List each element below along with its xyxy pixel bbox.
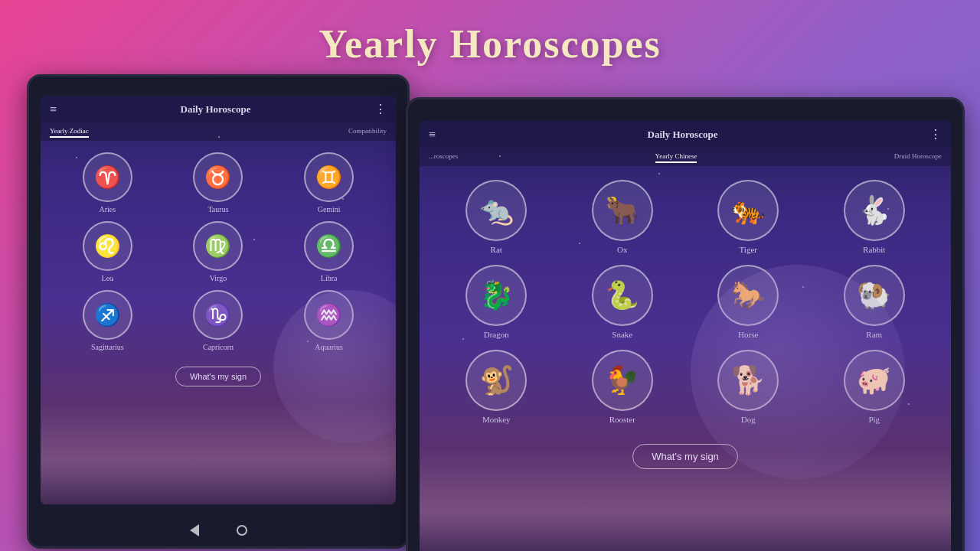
zodiac-circle-leo: ♌ [83, 221, 132, 271]
zodiac-item-sagittarius[interactable]: ♐ Sagittarius [56, 290, 159, 351]
chinese-label-rabbit: Rabbit [863, 245, 885, 254]
zodiac-label-gemini: Gemini [318, 205, 341, 214]
zodiac-label-libra: Libra [321, 274, 338, 282]
tablet-back: ≡ Daily Horoscope ⋮ Yearly Zodiac Compat… [27, 74, 410, 549]
chinese-circle-ox: 🐂 [592, 180, 653, 241]
chinese-item-snake[interactable]: 🐍 Snake [565, 265, 681, 339]
zodiac-item-libra[interactable]: ♎ Libra [277, 221, 381, 282]
chinese-label-snake: Snake [612, 330, 632, 339]
zodiac-circle-taurus: ♉ [193, 152, 243, 202]
chinese-circle-monkey: 🐒 [466, 350, 527, 411]
chinese-item-ox[interactable]: 🐂 Ox [565, 180, 681, 254]
tablets-container: ≡ Daily Horoscope ⋮ Yearly Zodiac Compat… [0, 74, 980, 549]
front-hamburger-icon[interactable]: ≡ [429, 128, 436, 142]
zodiac-label-capricorn: Capricorn [203, 343, 234, 351]
front-tab-chinese[interactable]: Yearly Chinese [655, 151, 697, 163]
chinese-label-ox: Ox [617, 245, 627, 254]
chinese-item-tiger[interactable]: 🐅 Tiger [691, 180, 806, 254]
zodiac-circle-sagittarius: ♐ [83, 290, 132, 340]
zodiac-circle-capricorn: ♑ [193, 290, 243, 340]
chinese-circle-dragon: 🐉 [466, 265, 527, 326]
back-tablet-title: Daily Horoscope [57, 103, 374, 116]
zodiac-label-taurus: Taurus [207, 205, 228, 214]
zodiac-item-gemini[interactable]: ♊ Gemini [277, 152, 381, 214]
back-more-icon[interactable]: ⋮ [374, 102, 387, 116]
back-button[interactable] [186, 522, 203, 539]
back-whats-my-sign-button[interactable]: What's my sign [175, 367, 261, 386]
front-tab-row: ...roscopes Yearly Chinese Druid Horosco… [420, 148, 951, 166]
front-tablet-title: Daily Horoscope [436, 129, 929, 141]
chinese-circle-snake: 🐍 [592, 265, 653, 326]
back-tab-compatibility[interactable]: Compatibility [348, 126, 387, 138]
back-tablet-appbar: ≡ Daily Horoscope ⋮ [41, 96, 396, 122]
front-more-icon[interactable]: ⋮ [929, 127, 942, 142]
zodiac-label-leo: Leo [102, 274, 114, 282]
page-title: Yearly Horoscopes [0, 0, 980, 67]
back-tablet-navbar [29, 522, 407, 539]
chinese-label-dragon: Dragon [484, 330, 509, 339]
zodiac-circle-aries: ♈ [83, 152, 132, 202]
chinese-circle-tiger: 🐅 [717, 180, 779, 241]
zodiac-circle-gemini: ♊ [304, 152, 354, 202]
back-triangle-icon [190, 524, 199, 536]
zodiac-label-aries: Aries [99, 205, 116, 214]
zodiac-item-aries[interactable]: ♈ Aries [56, 152, 159, 214]
tablet-back-screen: ≡ Daily Horoscope ⋮ Yearly Zodiac Compat… [41, 96, 396, 504]
chinese-label-tiger: Tiger [740, 245, 757, 254]
chinese-label-monkey: Monkey [482, 415, 511, 424]
chinese-label-rooster: Rooster [609, 415, 635, 424]
chinese-item-rooster[interactable]: 🐓 Rooster [565, 350, 681, 424]
chinese-circle-rat: 🐀 [466, 180, 527, 241]
zodiac-item-taurus[interactable]: ♉ Taurus [167, 152, 270, 214]
zodiac-label-virgo: Virgo [210, 274, 227, 282]
zodiac-item-leo[interactable]: ♌ Leo [56, 221, 159, 282]
chinese-circle-rooster: 🐓 [592, 350, 653, 411]
front-tablet-appbar: ≡ Daily Horoscope ⋮ [420, 121, 951, 148]
front-tab-horoscopes[interactable]: ...roscopes [429, 151, 458, 163]
chinese-circle-rabbit: 🐇 [844, 180, 905, 241]
tablet-front-screen: ≡ Daily Horoscope ⋮ ...roscopes Yearly C… [420, 121, 951, 551]
front-landscape [420, 510, 951, 551]
home-circle-icon [237, 525, 247, 536]
zodiac-circle-virgo: ♍ [193, 221, 243, 271]
zodiac-circle-libra: ♎ [304, 221, 354, 271]
back-tab-zodiac[interactable]: Yearly Zodiac [50, 126, 89, 138]
chinese-item-rat[interactable]: 🐀 Rat [439, 180, 554, 254]
back-hamburger-icon[interactable]: ≡ [50, 103, 57, 116]
back-landscape [41, 458, 396, 504]
chinese-item-monkey[interactable]: 🐒 Monkey [439, 350, 554, 424]
back-tab-row: Yearly Zodiac Compatibility [41, 122, 396, 141]
chinese-label-rat: Rat [491, 245, 502, 254]
front-tab-druid[interactable]: Druid Horoscope [894, 151, 942, 163]
chinese-item-rabbit[interactable]: 🐇 Rabbit [817, 180, 933, 254]
tablet-front: ≡ Daily Horoscope ⋮ ...roscopes Yearly C… [406, 97, 965, 551]
zodiac-label-sagittarius: Sagittarius [91, 343, 124, 351]
zodiac-item-virgo[interactable]: ♍ Virgo [167, 221, 270, 282]
chinese-item-dragon[interactable]: 🐉 Dragon [439, 265, 554, 339]
home-button[interactable] [234, 522, 250, 539]
zodiac-item-capricorn[interactable]: ♑ Capricorn [167, 290, 270, 351]
